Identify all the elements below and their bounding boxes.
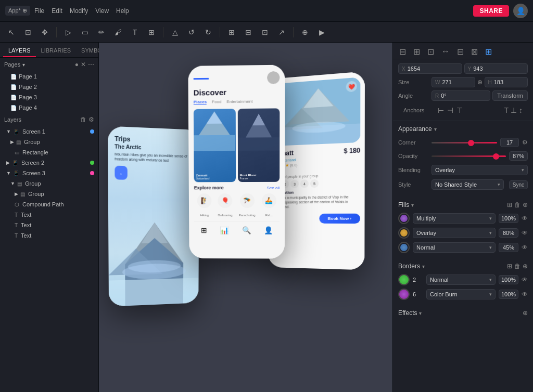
style-dropdown[interactable]: No Shared Style ▾ [432,179,504,190]
pen-icon[interactable]: ✏ [94,25,109,40]
layer-text1[interactable]: T Text [0,210,98,220]
text-icon[interactable]: T [128,25,142,40]
angle-field[interactable]: R 0° [432,90,490,101]
pages-more-icon[interactable]: ⋯ [88,61,94,68]
anchor-middle-icon[interactable]: ⊥ [511,106,517,114]
border-mode-1[interactable]: Normal ▾ [426,275,496,285]
fills-add-icon[interactable]: ⊕ [523,201,528,208]
rp-tab-distribute[interactable]: ⊞ [410,45,423,59]
page-item-4[interactable]: 📄 Page 4 [0,102,98,113]
layer-screen3[interactable]: ▼ 📱 Screen 3 [0,168,98,178]
book-btn[interactable]: Book Now › [319,214,360,224]
fill-opacity-2[interactable]: 80% [499,228,518,238]
blending-dropdown[interactable]: Overlay ▾ [432,165,528,175]
border-opacity-1[interactable]: 100% [499,275,518,284]
layer-group2[interactable]: ▼ ▤ Group [0,178,98,189]
paint-icon[interactable]: 🖌 [111,25,125,40]
anchor-top-icon[interactable]: T [504,106,509,114]
corner-settings-icon[interactable]: ⚙ [522,139,528,146]
undo-icon[interactable]: ↺ [184,25,199,40]
person-btn-5[interactable]: 5 [310,179,319,188]
fills-delete-icon[interactable]: 🗑 [514,201,521,208]
sync-button[interactable]: Sync [509,180,528,189]
crop-icon[interactable]: ⊡ [258,25,272,40]
menu-modify[interactable]: Modify [70,7,88,15]
move-icon[interactable]: ✥ [37,25,52,40]
export-icon[interactable]: ↗ [274,25,289,40]
cat-entertainment[interactable]: Entertainment [226,99,252,105]
pages-add-icon[interactable]: ● [75,61,79,68]
rect-icon[interactable]: ▭ [78,25,92,40]
position-y-field[interactable]: Y 943 [464,63,528,74]
menu-edit[interactable]: Edit [52,7,62,15]
fill-mode-1[interactable]: Multiply ▾ [413,213,496,224]
grid-icon[interactable]: ⊞ [224,25,239,40]
corner-slider[interactable] [432,142,497,143]
layer-group3[interactable]: ▶ ▤ Group [0,189,98,199]
rp-tab-active[interactable]: ⊞ [482,45,495,59]
scale-icon[interactable]: ⊡ [21,25,35,40]
layer-screen2[interactable]: ▶ 📱 Screen 2 [0,158,98,168]
fill-opacity-1[interactable]: 100% [499,214,518,223]
menu-help[interactable]: Help [116,7,129,15]
preview-icon[interactable]: ▶ [314,25,329,40]
anchor-right-icon[interactable]: ⊤ [456,106,463,114]
anchor-center-icon[interactable]: ⊣ [447,106,453,114]
fill-swatch-1[interactable] [398,213,410,224]
rp-tab-more2[interactable]: ⊠ [468,45,481,59]
tab-libraries[interactable]: LIBRARIES [36,45,76,57]
opacity-value[interactable]: 87% [509,151,528,161]
layout-icon[interactable]: ⊟ [241,25,256,40]
border-opacity-2[interactable]: 100% [499,290,518,299]
rp-tab-spacing[interactable]: ↔ [438,45,453,59]
layer-group1[interactable]: ▶ ▤ Group [0,137,98,147]
opacity-slider[interactable] [432,155,506,157]
layers-delete-icon[interactable]: 🗑 [80,116,86,123]
fill-swatch-3[interactable] [398,242,410,253]
borders-add-icon[interactable]: ⊕ [523,263,528,270]
menu-file[interactable]: File [34,7,44,15]
cat-places[interactable]: Places [194,99,207,104]
fill-mode-2[interactable]: Overlay ▾ [413,228,496,238]
cat-food[interactable]: Food [212,99,221,104]
person-btn-4[interactable]: 4 [300,179,309,188]
person-btn-3[interactable]: 3 [290,180,299,188]
border-visibility-2-icon[interactable]: 👁 [522,291,528,298]
position-x-field[interactable]: X 1654 [398,63,462,74]
select-icon[interactable]: ▷ [61,25,75,40]
fill-visibility-3-icon[interactable]: 👁 [522,244,528,251]
fill-visibility-2-icon[interactable]: 👁 [522,229,528,237]
redo-icon[interactable]: ↻ [201,25,215,40]
image-icon[interactable]: ⊞ [144,25,159,40]
layer-rect[interactable]: ▭ Rectangle [0,147,98,158]
share-button[interactable]: SHARE [473,5,509,17]
transform-button[interactable]: Transform [492,90,528,101]
height-field[interactable]: H 183 [485,77,528,87]
fill-visibility-1-icon[interactable]: 👁 [522,215,528,222]
select-tool-icon[interactable]: ↖ [4,25,19,40]
borders-delete-icon[interactable]: 🗑 [514,263,521,270]
rp-tab-grid[interactable]: ⊡ [424,45,437,59]
tab-layers[interactable]: LAYERS [3,45,36,57]
zoom-icon[interactable]: ⊕ [298,25,312,40]
border-swatch-1[interactable] [398,274,410,285]
layer-compound[interactable]: ⬡ Compound Path [0,199,98,210]
layer-text3[interactable]: T Text [0,230,98,241]
border-mode-2[interactable]: Color Burn ▾ [426,289,496,299]
borders-options-icon[interactable]: ⊞ [507,263,512,270]
layer-text2[interactable]: T Text [0,220,98,230]
rp-tab-align[interactable]: ⊟ [396,45,409,59]
fill-swatch-2[interactable] [398,227,410,239]
effects-add-icon[interactable]: ⊕ [523,309,528,317]
fill-mode-3[interactable]: Normal ▾ [413,242,496,253]
anchor-left-icon[interactable]: ⊢ [438,106,444,114]
layers-settings-icon[interactable]: ⚙ [88,116,94,123]
pages-delete-icon[interactable]: ✕ [81,61,86,68]
width-field[interactable]: W 271 [432,77,475,87]
phone-left-cta[interactable]: › [115,166,127,180]
page-item-3[interactable]: 📄 Page 3 [0,92,98,102]
border-swatch-2[interactable] [398,289,410,300]
page-item-2[interactable]: 📄 Page 2 [0,82,98,92]
menu-view[interactable]: View [95,7,109,15]
see-all[interactable]: See all [267,185,280,190]
